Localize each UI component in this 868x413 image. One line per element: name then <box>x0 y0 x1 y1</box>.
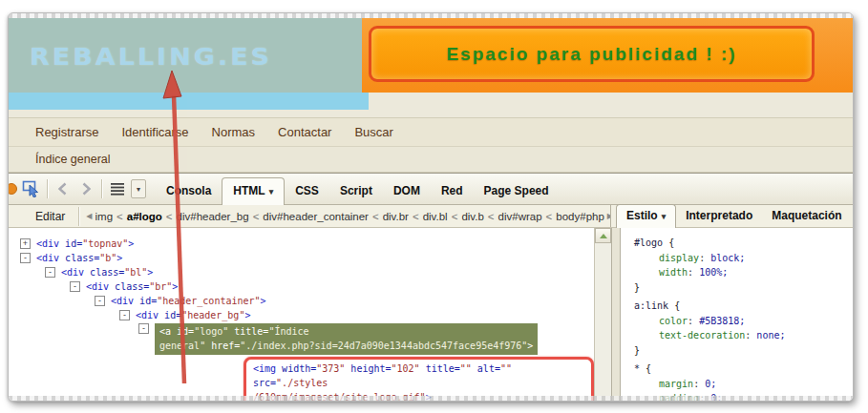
path-item-div-header_bg[interactable]: div#header_bg <box>177 211 249 222</box>
screenshot-frame: REBALLING.ES Espacio para publicidad ! :… <box>8 12 854 402</box>
expander-icon[interactable]: - <box>138 323 149 334</box>
code-token: id= <box>164 310 181 320</box>
expander-icon[interactable]: - <box>45 267 55 278</box>
css-property-line[interactable]: color: #5B3818; <box>634 314 853 329</box>
expander-icon[interactable]: - <box>70 281 80 292</box>
firebug-subtoolbar: Editar ◀ img<a#logo<div#header_bg<div#he… <box>9 205 853 228</box>
toolbar-dropdown-icon[interactable]: ▾ <box>131 179 146 198</box>
path-item-div-bl[interactable]: div.bl <box>423 211 448 222</box>
path-item-body-php[interactable]: body#php <box>556 211 604 222</box>
css-property-line[interactable]: text-decoration: none; <box>634 328 853 343</box>
expander-icon[interactable]: - <box>119 310 130 320</box>
css-property-line[interactable]: width: 100%; <box>634 265 853 280</box>
side-tab-maquetación[interactable]: Maquetación <box>762 205 851 227</box>
scroll-up-icon[interactable] <box>595 228 611 243</box>
firebug-icon[interactable] <box>8 183 17 195</box>
side-tab-interpretado[interactable]: Interpretado <box>676 205 762 227</box>
css-selector[interactable]: #logo <box>634 237 663 248</box>
path-item-img[interactable]: img <box>95 211 114 222</box>
tree-node[interactable]: -<div class="br"> <box>9 279 594 294</box>
beige-strip <box>369 93 853 110</box>
css-property-name[interactable]: color <box>659 316 688 326</box>
ad-banner-text: Espacio para publicidad ! :) <box>446 44 736 65</box>
inspect-element-icon[interactable] <box>20 178 43 199</box>
css-property-line[interactable]: margin: 0; <box>634 377 853 392</box>
css-selector-line[interactable]: #logo { <box>634 236 853 251</box>
ad-banner[interactable]: Espacio para publicidad ! :) <box>369 26 815 82</box>
path-item-div-br[interactable]: div.br <box>383 211 409 222</box>
selected-element-row[interactable]: - <a id="logo" title="Índicegeneral" hre… <box>9 323 594 355</box>
css-selector-line[interactable]: a:link { <box>634 299 853 314</box>
header-bottom-strip <box>9 93 853 110</box>
panel-list-icon[interactable] <box>106 178 129 199</box>
css-property-name[interactable]: display <box>659 253 699 263</box>
nav-link-normas[interactable]: Normas <box>212 125 256 139</box>
scrollbar-thumb[interactable] <box>596 401 610 402</box>
path-item-div-b[interactable]: div.b <box>461 211 483 222</box>
css-colon: : <box>693 379 705 389</box>
tree-node[interactable]: -<div id="header_bg"> <box>9 308 594 322</box>
tab-red[interactable]: Red <box>431 178 474 204</box>
css-colon: : <box>699 253 710 263</box>
tab-script[interactable]: Script <box>329 178 383 204</box>
site-logo-text[interactable]: REBALLING.ES <box>30 42 272 70</box>
nav-link-identificarse[interactable]: Identificarse <box>121 125 188 139</box>
css-selector[interactable]: a:link <box>634 300 668 311</box>
selected-element-highlight[interactable]: <a id="logo" title="Índicegeneral" href=… <box>155 323 538 355</box>
css-property-name[interactable]: text-decoration <box>659 330 745 341</box>
nav-link-registrarse[interactable]: Registrarse <box>35 125 98 139</box>
expander-icon[interactable]: - <box>20 253 31 263</box>
html-tree-panel[interactable]: +<div id="topnav">-<div class="b">-<div … <box>9 228 594 402</box>
css-property-value[interactable]: 0; <box>705 379 716 389</box>
code-token: > <box>172 281 178 292</box>
side-tab-estilo[interactable]: Estilo▾ <box>616 204 676 228</box>
tree-node[interactable]: +<div id="topnav"> <box>9 237 594 251</box>
ad-banner-area: Espacio para publicidad ! :) <box>362 18 853 93</box>
forward-icon[interactable] <box>74 178 97 199</box>
annotated-img-row[interactable]: <img width="373" height="102" title="" a… <box>9 357 594 402</box>
css-property-name[interactable]: margin <box>659 379 693 389</box>
edit-button[interactable]: Editar <box>26 210 74 223</box>
css-property-value[interactable]: #5B3818; <box>699 316 745 326</box>
tab-css[interactable]: CSS <box>285 178 329 204</box>
site-logo-area[interactable]: REBALLING.ES <box>9 18 362 93</box>
img-annotation-box[interactable]: <img width="373" height="102" title="" a… <box>243 357 594 402</box>
css-brace: { <box>668 300 680 311</box>
tree-node[interactable]: -<div class="bl"> <box>9 265 594 279</box>
css-rule[interactable]: a:link {color: #5B3818;text-decoration: … <box>634 299 853 358</box>
tab-consola[interactable]: Consola <box>156 178 222 204</box>
back-icon[interactable] <box>52 178 74 199</box>
path-item-a-logo[interactable]: a#logo <box>127 211 162 222</box>
css-rule[interactable]: #logo {display: block;width: 100%;} <box>634 236 853 295</box>
code-token: <div <box>36 253 65 263</box>
code-token: "" <box>500 363 512 374</box>
code-token: class= <box>90 267 124 278</box>
toolbar-separator <box>78 207 79 226</box>
side-panel-tabs: Estilo▾InterpretadoMaquetación <box>610 205 853 227</box>
nav-link-buscar[interactable]: Buscar <box>354 125 392 139</box>
path-separator: < <box>116 211 123 222</box>
css-property-value[interactable]: 100%; <box>699 267 728 278</box>
expander-icon[interactable]: - <box>95 296 105 306</box>
css-property-value[interactable]: block; <box>710 253 745 263</box>
css-property-line[interactable]: display: block; <box>634 251 853 266</box>
css-property-value[interactable]: none; <box>756 330 785 341</box>
path-scroll-left-icon[interactable]: ◀ <box>86 212 92 220</box>
tree-node[interactable]: -<div id="header_container"> <box>9 294 594 308</box>
scrollbar[interactable] <box>594 228 611 402</box>
css-property-name[interactable]: width <box>659 267 688 278</box>
panel-splitter[interactable] <box>611 228 621 402</box>
nav-link-contactar[interactable]: Contactar <box>278 125 331 139</box>
code-token: > <box>128 238 134 249</box>
expander-icon[interactable]: + <box>20 238 31 249</box>
site-breadcrumb[interactable]: Índice general <box>35 153 111 166</box>
css-selector-line[interactable]: * { <box>634 361 853 377</box>
tab-page-speed[interactable]: Page Speed <box>474 178 560 204</box>
tab-html[interactable]: HTML▾ <box>222 177 285 205</box>
path-item-div-wrap[interactable]: div#wrap <box>498 211 542 222</box>
css-style-panel[interactable]: #logo {display: block;width: 100%;}a:lin… <box>621 228 853 402</box>
tab-dom[interactable]: DOM <box>383 178 431 204</box>
code-token: <div <box>61 267 90 278</box>
tree-node[interactable]: -<div class="b"> <box>9 251 594 265</box>
path-item-div-header_container[interactable]: div#header_container <box>263 211 369 222</box>
